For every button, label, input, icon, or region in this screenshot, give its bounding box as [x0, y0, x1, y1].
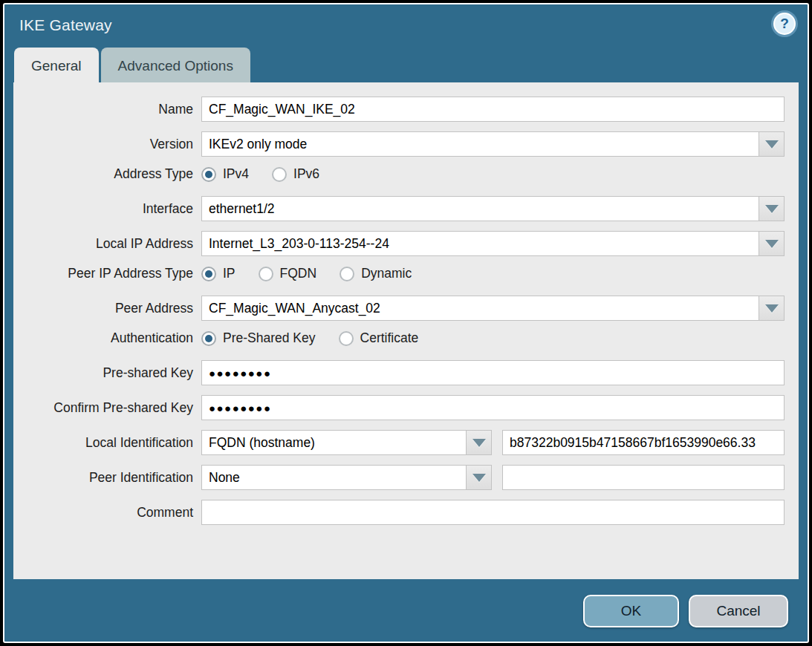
authentication-label: Authentication	[27, 330, 201, 346]
ok-button[interactable]: OK	[583, 595, 679, 627]
radio-preshared-key-control[interactable]	[201, 331, 216, 346]
address-type-label: Address Type	[27, 166, 201, 182]
radio-certificate[interactable]: Certificate	[339, 330, 419, 346]
local-ip-select[interactable]: Internet_L3_203-0-113-254--24	[201, 231, 759, 256]
dropdown-arrow-icon	[472, 474, 486, 482]
confirm-preshared-key-label: Confirm Pre-shared Key	[27, 400, 201, 416]
authentication-radio-group: Pre-Shared Key Certificate	[201, 330, 785, 346]
form-row-authentication: Authentication Pre-Shared Key Certificat…	[27, 330, 785, 346]
local-ip-dropdown-button[interactable]	[759, 231, 785, 256]
help-icon-glyph: ?	[780, 16, 789, 32]
dialog-title: IKE Gateway	[19, 16, 112, 34]
radio-preshared-key[interactable]: Pre-Shared Key	[201, 330, 316, 346]
cancel-button[interactable]: Cancel	[689, 595, 788, 627]
interface-label: Interface	[27, 201, 201, 217]
peer-address-select[interactable]: CF_Magic_WAN_Anycast_02	[201, 296, 759, 321]
form-row-peer-address: Peer Address CF_Magic_WAN_Anycast_02	[27, 296, 785, 321]
tab-bar: General Advanced Options	[4, 46, 808, 82]
local-identification-value-input[interactable]: b87322b0915b47158667bf1653990e66.33	[502, 430, 785, 455]
radio-ipv6[interactable]: IPv6	[272, 166, 319, 182]
form-row-version: Version IKEv2 only mode	[27, 131, 785, 157]
form-row-peer-identification: Peer Identification None	[27, 465, 785, 490]
dropdown-arrow-icon	[765, 304, 779, 313]
local-identification-dropdown-button[interactable]	[467, 430, 492, 455]
confirm-preshared-key-input[interactable]: ●●●●●●●●	[201, 395, 785, 420]
tab-general[interactable]: General	[14, 48, 99, 82]
local-identification-type-select[interactable]: FQDN (hostname)	[201, 430, 467, 455]
radio-peer-fqdn[interactable]: FQDN	[259, 266, 317, 281]
dialog-footer: OK Cancel	[4, 579, 808, 642]
form-row-name: Name CF_Magic_WAN_IKE_02	[27, 97, 785, 122]
radio-ipv4-control[interactable]	[201, 167, 216, 182]
dropdown-arrow-icon	[765, 240, 779, 248]
local-ip-label: Local IP Address	[27, 236, 201, 252]
address-type-radio-group: IPv4 IPv6	[201, 166, 785, 182]
ike-gateway-dialog: IKE Gateway ? General Advanced Options N…	[3, 3, 809, 643]
interface-select[interactable]: ethernet1/2	[201, 196, 759, 221]
radio-peer-fqdn-control[interactable]	[259, 267, 273, 281]
local-identification-label: Local Identification	[27, 435, 201, 451]
name-input[interactable]: CF_Magic_WAN_IKE_02	[201, 97, 785, 122]
peer-ip-type-radio-group: IP FQDN Dynamic	[201, 266, 785, 281]
form-row-confirm-preshared-key: Confirm Pre-shared Key ●●●●●●●●	[27, 395, 785, 420]
radio-certificate-control[interactable]	[339, 331, 354, 346]
radio-peer-ip-control[interactable]	[201, 267, 216, 281]
preshared-key-input[interactable]: ●●●●●●●●	[201, 360, 785, 385]
name-label: Name	[27, 102, 201, 117]
peer-ip-type-label: Peer IP Address Type	[27, 266, 201, 281]
version-label: Version	[27, 137, 201, 152]
version-select[interactable]: IKEv2 only mode	[201, 131, 759, 157]
general-tab-panel: Name CF_Magic_WAN_IKE_02 Version IKEv2 o…	[13, 82, 799, 579]
form-row-preshared-key: Pre-shared Key ●●●●●●●●	[27, 360, 785, 385]
form-row-interface: Interface ethernet1/2	[27, 196, 785, 221]
radio-peer-ip[interactable]: IP	[201, 266, 236, 281]
comment-input[interactable]	[201, 500, 785, 525]
preshared-key-label: Pre-shared Key	[27, 365, 201, 381]
peer-address-dropdown-button[interactable]	[759, 296, 785, 321]
peer-identification-label: Peer Identification	[27, 470, 201, 486]
radio-ipv6-control[interactable]	[272, 167, 287, 182]
radio-peer-dynamic-control[interactable]	[340, 267, 354, 281]
dropdown-arrow-icon	[765, 205, 779, 213]
form-row-local-identification: Local Identification FQDN (hostname) b87…	[27, 430, 785, 455]
dropdown-arrow-icon	[472, 439, 486, 447]
dropdown-arrow-icon	[765, 140, 779, 149]
form-row-comment: Comment	[27, 500, 785, 525]
comment-label: Comment	[27, 505, 201, 521]
peer-identification-type-select[interactable]: None	[201, 465, 467, 490]
form-row-local-ip: Local IP Address Internet_L3_203-0-113-2…	[27, 231, 785, 256]
peer-identification-dropdown-button[interactable]	[467, 465, 492, 490]
interface-dropdown-button[interactable]	[759, 196, 785, 221]
help-icon[interactable]: ?	[773, 13, 796, 35]
form-row-address-type: Address Type IPv4 IPv6	[27, 166, 785, 182]
form-row-peer-ip-type: Peer IP Address Type IP FQDN Dynamic	[27, 266, 785, 281]
peer-address-label: Peer Address	[27, 301, 201, 316]
tab-advanced-options[interactable]: Advanced Options	[101, 48, 250, 82]
radio-ipv4[interactable]: IPv4	[201, 166, 249, 182]
version-dropdown-button[interactable]	[759, 131, 785, 157]
peer-identification-value-input[interactable]	[502, 465, 785, 490]
title-bar: IKE Gateway ?	[4, 4, 808, 46]
radio-peer-dynamic[interactable]: Dynamic	[340, 266, 412, 281]
